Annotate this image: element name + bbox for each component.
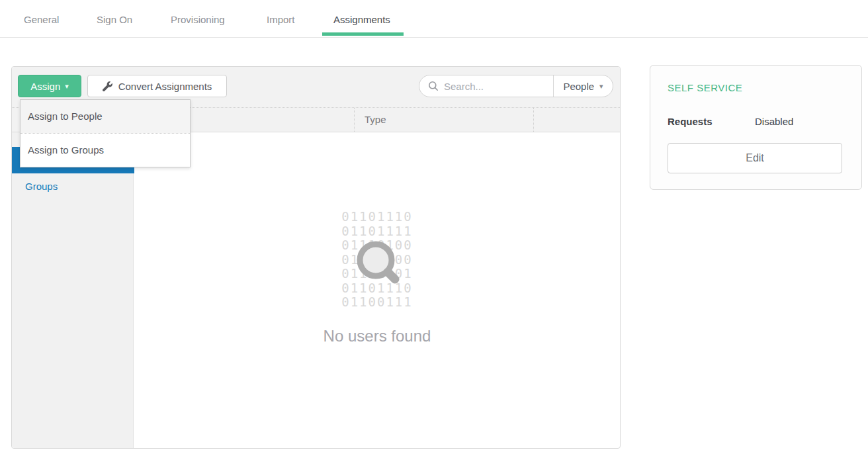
no-users-message: No users found <box>134 327 621 345</box>
search-filter-group: People ▾ <box>419 75 613 97</box>
search-box[interactable] <box>419 75 554 97</box>
tab-assignments[interactable]: Assignments <box>333 14 390 25</box>
self-service-title: SELF SERVICE <box>668 82 742 93</box>
tab-sign-on[interactable]: Sign On <box>97 14 132 25</box>
tab-general[interactable]: General <box>24 14 59 25</box>
assign-dropdown-menu: Assign to People Assign to Groups <box>20 99 191 167</box>
assign-button[interactable]: Assign ▾ <box>18 75 81 97</box>
search-input[interactable] <box>444 81 543 92</box>
binary-line: 01100111 <box>134 295 621 310</box>
tab-provisioning[interactable]: Provisioning <box>171 14 225 25</box>
requests-status-value: Disabled <box>755 116 793 127</box>
requests-label: Requests <box>668 116 713 127</box>
active-tab-underline <box>322 32 404 36</box>
binary-line: 01101110 <box>134 210 621 224</box>
chevron-down-icon: ▾ <box>65 83 69 90</box>
sidebar-item-groups[interactable]: Groups <box>12 173 134 200</box>
search-scope-select[interactable]: People ▾ <box>554 75 613 97</box>
magnifier-icon <box>349 234 402 289</box>
menu-item-assign-to-people[interactable]: Assign to People <box>21 100 190 133</box>
assign-button-label: Assign <box>30 81 60 92</box>
wrench-icon <box>103 81 112 91</box>
tab-import[interactable]: Import <box>267 14 295 25</box>
column-header-type: Type <box>365 107 386 132</box>
self-service-panel: SELF SERVICE Requests Disabled Edit <box>650 65 862 190</box>
chevron-down-icon: ▾ <box>599 83 603 90</box>
menu-item-assign-to-groups[interactable]: Assign to Groups <box>21 134 190 167</box>
search-icon <box>428 81 439 91</box>
column-divider <box>533 108 534 132</box>
edit-button[interactable]: Edit <box>668 143 842 173</box>
convert-assignments-button[interactable]: Convert Assignments <box>87 75 227 97</box>
search-scope-value: People <box>563 81 594 92</box>
convert-assignments-label: Convert Assignments <box>118 81 212 92</box>
tab-bar-divider <box>0 37 868 38</box>
column-divider <box>354 108 355 132</box>
